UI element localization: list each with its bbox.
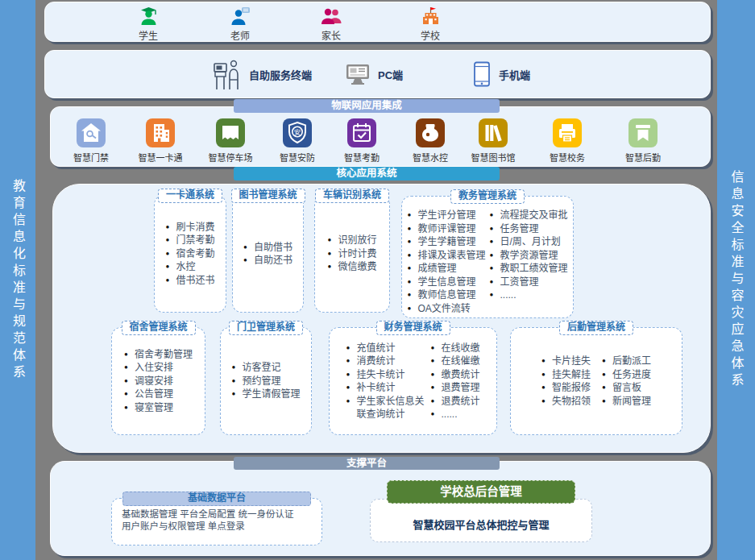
school-affairs-icon: [553, 118, 582, 147]
system-list-item: 后勤派工: [602, 355, 651, 368]
system-list-item: ......: [430, 408, 479, 421]
system-list-item: 公告管理: [124, 388, 193, 401]
system-list-item: 教师信息管理: [407, 288, 485, 302]
system-list-item: 日/周、月计划: [490, 235, 568, 249]
iot-water: 智慧水控: [401, 118, 459, 164]
system-list-item: 流程提交及审批: [490, 209, 568, 222]
system-list-item: 卡片挂失: [541, 355, 591, 368]
iot-label: 智慧停车场: [201, 151, 259, 164]
one-card-icon: [146, 118, 175, 147]
system-item-list: 充值统计消费统计挂失卡统计补卡统计学生家长信息关联查询统计: [346, 342, 426, 421]
system-list-item: 任务管理: [490, 222, 568, 236]
system-item-list: 刷卡消费门禁考勤宿舍考勤水控借书还书: [165, 221, 214, 288]
system-list-item: 留言板: [602, 381, 651, 395]
system-list-item: ......: [490, 288, 568, 302]
iot-panel: 智慧门禁 智慧一卡通 智慧停: [50, 106, 711, 167]
system-box-onecard: 一卡通系统 刷卡消费门禁考勤宿舍考勤水控借书还书: [154, 195, 226, 313]
user-group-parents: 家长: [305, 6, 357, 42]
terminals-panel: 自助服务终端 PC端 手机端: [44, 50, 711, 98]
left-standards-bar: 教育信息化标准与规范体系: [0, 0, 35, 560]
system-title: 一卡通系统: [158, 189, 222, 203]
user-group-label: 家长: [305, 28, 357, 42]
iot-label: 智慧安防: [268, 151, 326, 164]
terminal-pc: PC端: [345, 51, 403, 97]
iot-library: 智慧图书馆: [464, 118, 522, 164]
system-list-item: 任务进度: [602, 368, 651, 382]
system-list-item: 借书还书: [165, 274, 214, 288]
iot-label: 智慧门禁: [62, 151, 120, 164]
system-box-vehicle: 车辆识别系统 识别放行计时计费微信缴费: [314, 195, 390, 313]
system-item-list: 访客登记预约管理学生请假管理: [231, 361, 300, 401]
terminal-kiosk: 自助服务终端: [213, 51, 312, 97]
terminal-mobile: 手机端: [472, 51, 530, 97]
system-list-item: 微信缴费: [327, 260, 376, 274]
system-list-item: 识别放行: [327, 234, 376, 247]
school-admin-box: 学校总后台管理 智慧校园平台总体把控与管理: [370, 499, 592, 542]
system-list-item: 失物招领: [541, 395, 591, 409]
system-list-item: 智能报修: [541, 381, 591, 395]
user-group-teacher: 老师: [214, 6, 266, 42]
system-list-item: 排课及课表管理: [407, 249, 485, 263]
system-list-item: 宿舍考勤管理: [124, 348, 193, 362]
system-title: 财务管理系统: [375, 321, 450, 335]
system-list-item: 访客登记: [231, 361, 300, 375]
iot-label: 智慧校务: [538, 151, 596, 164]
system-list-item: 学生家长信息关联查询统计: [346, 395, 426, 421]
user-group-label: 学生: [122, 28, 174, 42]
base-platform-line: 用户账户与权限管理 单点登录: [122, 521, 312, 533]
system-box-dormitory: 宿舍管理系统 宿舍考勤管理入住安排调寝安排公告管理寝室管理: [111, 327, 205, 435]
student-icon: [138, 6, 160, 27]
iot-label: 智慧水控: [401, 151, 459, 164]
base-data-platform-box: 基础数据平台 基础数据管理 平台全局配置 统一身份认证 用户账户与权限管理 单点…: [111, 498, 322, 545]
system-list-item: 教学资源管理: [490, 249, 568, 263]
library-books-icon: [479, 118, 508, 147]
pc-icon: [345, 63, 371, 85]
iot-one-card: 智慧一卡通: [131, 118, 189, 164]
system-list-item: OA文件流转: [407, 302, 485, 316]
system-list-item: 入住安排: [124, 361, 193, 375]
left-standards-label: 教育信息化标准与规范体系: [11, 179, 24, 382]
system-list-item: 充值统计: [346, 342, 426, 355]
system-list-item: 调寝安排: [124, 375, 193, 388]
system-list-item: 教职工绩效管理: [490, 262, 568, 276]
parents-icon: [321, 6, 342, 27]
system-list-item: 学生信息管理: [407, 276, 485, 289]
system-title: 门卫管理系统: [229, 321, 303, 335]
system-title: 后勤管理系统: [559, 321, 633, 335]
system-list-item: 学生学籍管理: [407, 235, 485, 249]
system-list-item: 挂失解挂: [541, 368, 591, 382]
system-box-gatekeeper: 门卫管理系统 访客登记预约管理学生请假管理: [220, 327, 312, 435]
system-item-list: 后勤派工任务进度留言板新闻管理: [602, 355, 651, 408]
system-list-item: 水控: [165, 260, 214, 274]
water-control-icon: [416, 118, 445, 147]
system-list-item: 退费统计: [430, 395, 479, 409]
teacher-icon: [230, 6, 251, 27]
support-panel: 基础数据平台 基础数据管理 平台全局配置 统一身份认证 用户账户与权限管理 单点…: [50, 461, 711, 556]
smart-campus-architecture-diagram: 教育信息化标准与规范体系 信息安全标准与容灾应急体系 学生 老师: [0, 0, 755, 560]
system-item-list: 宿舍考勤管理入住安排调寝安排公告管理寝室管理: [124, 348, 193, 415]
system-item-list: 自助借书自助还书: [243, 241, 292, 268]
iot-security: 安 智慧安防: [268, 118, 326, 164]
support-band: 支撑平台: [234, 457, 500, 470]
mobile-icon: [472, 61, 492, 87]
system-list-item: 挂失卡统计: [346, 368, 426, 382]
system-title: 图书管理系统: [230, 189, 305, 203]
right-security-bar: 信息安全标准与容灾应急体系: [717, 0, 755, 560]
iot-label: 智慧考勤: [333, 151, 391, 164]
system-box-academic: 教务管理系统 学生评分管理教师评课管理学生学籍管理排课及课表管理成绩管理学生信息…: [401, 196, 574, 318]
system-title: 宿舍管理系统: [121, 321, 195, 335]
system-list-item: 退费管理: [430, 381, 479, 395]
security-shield-icon: 安: [283, 118, 312, 147]
system-item-list: 卡片挂失挂失解挂智能报修失物招领: [541, 355, 591, 408]
system-list-item: 预约管理: [231, 375, 300, 388]
system-list-item: 补卡统计: [346, 381, 426, 395]
core-systems-panel: 一卡通系统 刷卡消费门禁考勤宿舍考勤水控借书还书 图书管理系统 自助借书自助还书…: [52, 184, 711, 453]
system-list-item: 刷卡消费: [165, 221, 214, 234]
system-list-item: 成绩管理: [407, 262, 485, 276]
right-security-label: 信息安全标准与容灾应急体系: [730, 170, 743, 390]
system-item-list: 在线收缴在线催缴缴费统计退费管理退费统计......: [430, 342, 479, 421]
svg-text:安: 安: [294, 128, 301, 136]
logistics-icon: [628, 118, 658, 147]
system-list-item: 寝室管理: [124, 401, 193, 415]
system-list-item: 学生请假管理: [231, 388, 300, 401]
